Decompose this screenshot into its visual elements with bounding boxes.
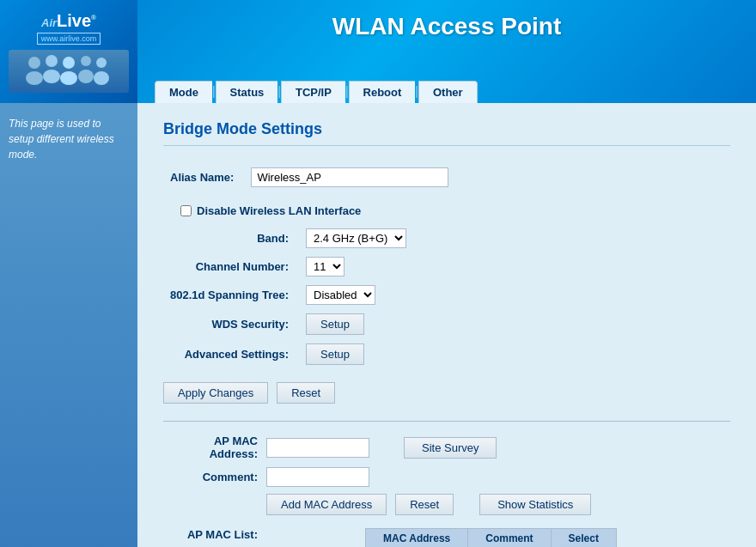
mac-list-table: MAC Address Comment Select: [365, 528, 617, 547]
disable-wireless-label: Disable Wireless LAN Interface: [197, 204, 361, 217]
nav-reboot[interactable]: Reboot: [349, 81, 416, 103]
mac-action-buttons: Add MAC Address Reset Show Statistics: [266, 494, 730, 515]
ap-mac-row: AP MAC Address: Site Survey: [163, 435, 730, 460]
band-row: Band: 2.4 GHz (B+G) 2.4 GHz (B) 2.4 GHz …: [163, 224, 413, 252]
spanning-tree-row: 802.1d Spanning Tree: Disabled Enabled: [163, 281, 413, 309]
settings-form: Alias Name:: [163, 163, 455, 191]
site-survey-button[interactable]: Site Survey: [404, 437, 497, 459]
svg-point-5: [60, 71, 77, 85]
advanced-settings-label: Advanced Settings:: [163, 339, 299, 369]
spanning-tree-label: 802.1d Spanning Tree:: [163, 281, 299, 309]
ap-mac-input[interactable]: [266, 438, 369, 458]
band-label: Band:: [163, 224, 299, 252]
alias-input[interactable]: [251, 167, 448, 187]
svg-point-7: [78, 70, 94, 83]
logo-brand: AirLive®: [41, 11, 96, 31]
wds-security-setup-button[interactable]: Setup: [306, 313, 364, 335]
svg-point-1: [26, 71, 43, 85]
content: Bridge Mode Settings Alias Name: Disable…: [137, 103, 756, 547]
svg-point-6: [81, 56, 91, 66]
svg-point-2: [46, 55, 58, 67]
svg-point-8: [96, 58, 107, 68]
select-col-header: Select: [551, 529, 616, 548]
alias-label: Alias Name:: [163, 163, 244, 191]
logo-url: www.airlive.com: [37, 33, 101, 45]
form-buttons: Apply Changes Reset: [163, 382, 730, 404]
spanning-tree-select[interactable]: Disabled Enabled: [306, 285, 375, 305]
disable-wireless-row: Disable Wireless LAN Interface: [180, 204, 730, 217]
nav-tcpip[interactable]: TCP/IP: [281, 81, 345, 103]
nav-other[interactable]: Other: [418, 81, 478, 103]
header: AirLive® www.airlive.com WLAN Access Poi…: [0, 0, 756, 103]
wds-security-row: WDS Security: Setup: [163, 309, 413, 339]
alias-row: Alias Name:: [163, 163, 455, 191]
band-select[interactable]: 2.4 GHz (B+G) 2.4 GHz (B) 2.4 GHz (G): [306, 228, 406, 248]
wds-security-label: WDS Security:: [163, 309, 299, 339]
svg-point-4: [63, 57, 75, 69]
logo-people-image: [9, 50, 129, 93]
settings-form-2: Band: 2.4 GHz (B+G) 2.4 GHz (B) 2.4 GHz …: [163, 224, 413, 369]
app-title: WLAN Access Point: [155, 13, 739, 40]
mac-reset-button[interactable]: Reset: [395, 494, 454, 515]
add-mac-address-button[interactable]: Add MAC Address: [266, 494, 387, 515]
disable-wireless-checkbox[interactable]: [180, 205, 192, 216]
page-title: Bridge Mode Settings: [163, 120, 730, 146]
mac-list-header-row: AP MAC List: MAC Address Comment Select: [163, 528, 730, 547]
apply-changes-button[interactable]: Apply Changes: [163, 382, 268, 404]
mac-section: AP MAC Address: Site Survey Comment: Add…: [163, 435, 730, 515]
advanced-settings-row: Advanced Settings: Setup: [163, 339, 413, 369]
sidebar: This page is used to setup different wir…: [0, 103, 137, 547]
ap-mac-label: AP MAC Address:: [163, 435, 258, 460]
divider: [163, 421, 730, 422]
mac-address-col-header: MAC Address: [366, 529, 468, 548]
nav-bar: Mode | Status | TCP/IP | Reboot | Other: [155, 81, 739, 103]
svg-point-3: [43, 70, 60, 83]
mac-list-section: AP MAC List: MAC Address Comment Select: [163, 528, 730, 547]
sidebar-description: This page is used to setup different wir…: [9, 118, 114, 161]
mac-list-header: MAC Address Comment Select: [366, 529, 617, 548]
mac-list-label: AP MAC List:: [163, 528, 258, 541]
nav-mode[interactable]: Mode: [155, 81, 212, 103]
logo-area: AirLive® www.airlive.com: [0, 0, 137, 103]
channel-label: Channel Number:: [163, 252, 299, 281]
comment-row: Comment:: [163, 467, 730, 487]
header-right: WLAN Access Point Mode | Status | TCP/IP…: [137, 0, 756, 103]
main-layout: This page is used to setup different wir…: [0, 103, 756, 547]
comment-label: Comment:: [163, 471, 258, 483]
comment-input[interactable]: [266, 467, 369, 487]
comment-col-header: Comment: [468, 529, 551, 548]
svg-point-0: [28, 57, 40, 69]
show-statistics-button[interactable]: Show Statistics: [479, 494, 591, 515]
advanced-settings-setup-button[interactable]: Setup: [306, 343, 364, 365]
nav-status[interactable]: Status: [216, 81, 278, 103]
reset-button[interactable]: Reset: [277, 382, 335, 404]
channel-select[interactable]: 1234 5678 91011: [306, 257, 344, 277]
svg-point-9: [94, 71, 109, 85]
channel-row: Channel Number: 1234 5678 91011: [163, 252, 413, 281]
